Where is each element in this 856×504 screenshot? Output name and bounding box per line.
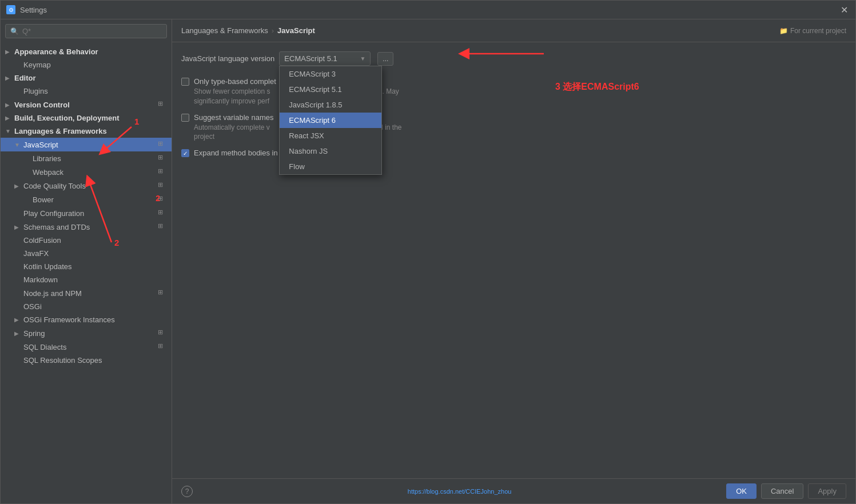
sidebar-item-bower[interactable]: Bower ⊞ 2	[1, 193, 172, 206]
help-button[interactable]: ?	[181, 486, 193, 497]
lang-version-row: JavaScript language version ECMAScript 5…	[181, 51, 846, 66]
dropdown-arrow-icon: ▼	[360, 55, 365, 62]
sidebar-item-coldfusion[interactable]: ColdFusion	[1, 234, 172, 247]
main-panel: Languages & Frameworks › JavaScript 📁 Fo…	[172, 19, 855, 503]
sidebar-item-schemas[interactable]: ▶ Schemas and DTDs ⊞	[1, 220, 172, 234]
external-icon: ⊞	[158, 289, 167, 298]
cancel-button[interactable]: Cancel	[761, 483, 803, 499]
dropdown-option-js185[interactable]: JavaScript 1.8.5	[280, 97, 381, 113]
checkbox-3[interactable]: ✓	[181, 149, 189, 157]
ok-button[interactable]: OK	[726, 483, 757, 499]
external-icon: ⊞	[158, 140, 167, 149]
lang-version-label: JavaScript language version	[181, 54, 274, 63]
apply-button[interactable]: Apply	[808, 483, 846, 499]
sidebar-item-javascript[interactable]: ▼ JavaScript ⊞	[1, 138, 172, 151]
external-icon: ⊞	[158, 342, 167, 351]
sidebar-item-keymap[interactable]: Keymap	[1, 58, 172, 71]
more-button[interactable]: ...	[377, 52, 393, 66]
titlebar-left: ⚙ Settings	[6, 5, 47, 14]
sidebar-item-label: Editor	[14, 74, 167, 82]
sidebar-item-sql-resolution[interactable]: SQL Resolution Scopes	[1, 354, 172, 367]
checkbox-2[interactable]	[181, 114, 189, 122]
sidebar-item-nodejs[interactable]: Node.js and NPM ⊞	[1, 286, 172, 300]
sidebar-item-libraries[interactable]: Libraries ⊞	[1, 151, 172, 165]
search-input[interactable]	[22, 27, 162, 35]
project-icon: 📁	[779, 27, 788, 35]
bottom-bar: ? https://blog.csdn.net/CCIEJohn_zhou OK…	[172, 478, 855, 503]
sidebar-item-plugins[interactable]: Plugins	[1, 85, 172, 98]
sidebar-item-label: SQL Dialects	[23, 343, 156, 351]
selected-version: ECMAScript 5.1	[284, 54, 337, 63]
external-icon: ⊞	[158, 329, 167, 338]
checkbox-1[interactable]	[181, 78, 189, 86]
sidebar-item-label: ColdFusion	[23, 236, 167, 245]
project-label: For current project	[790, 27, 846, 35]
sidebar-item-osgi-framework[interactable]: ▶ OSGi Framework Instances	[1, 313, 172, 326]
settings-window: ⚙ Settings ✕ 🔍 ▶ Appearance & Behavior	[0, 0, 856, 504]
sidebar-item-version-control[interactable]: ▶ Version Control ⊞ 1	[1, 98, 172, 111]
sidebar-item-kotlin[interactable]: Kotlin Updates	[1, 260, 172, 273]
sidebar-item-label: Spring	[23, 329, 156, 338]
search-box[interactable]: 🔍	[5, 24, 167, 38]
dropdown-option-react[interactable]: React JSX	[280, 128, 381, 143]
dropdown-option-nashorn[interactable]: Nashorn JS	[280, 143, 381, 159]
sidebar-item-label: Languages & Frameworks	[14, 127, 167, 135]
sidebar-item-label: Webpack	[33, 168, 156, 177]
sidebar-item-label: Schemas and DTDs	[23, 223, 156, 231]
annotation-arrow-3	[458, 42, 561, 68]
dropdown-option-ecma6[interactable]: ECMAScript 6	[280, 113, 381, 128]
external-icon: ⊞	[158, 222, 167, 231]
dropdown-option-flow[interactable]: Flow	[280, 159, 381, 174]
arrow-icon: ▶	[14, 224, 23, 230]
sidebar-tree: ▶ Appearance & Behavior Keymap ▶ Editor …	[1, 43, 172, 503]
content-area: 🔍 ▶ Appearance & Behavior Keymap ▶	[1, 19, 855, 503]
arrow-icon: ▶	[14, 183, 23, 189]
version-dropdown-wrapper: ECMAScript 5.1 ▼ ECMAScript 3 ECMAScript…	[279, 51, 371, 66]
sidebar-item-label: Kotlin Updates	[23, 262, 167, 271]
sidebar-item-label: OSGi	[23, 302, 167, 311]
sidebar-item-spring[interactable]: ▶ Spring ⊞	[1, 326, 172, 340]
annotation-3-text: 3 选择ECMAScript6	[555, 81, 639, 93]
sidebar-item-label: SQL Resolution Scopes	[23, 356, 167, 365]
arrow-icon: ▶	[5, 102, 14, 108]
arrow-icon: ▼	[14, 142, 23, 148]
sidebar-item-label: Keymap	[23, 61, 167, 69]
sidebar-item-webpack[interactable]: Webpack ⊞	[1, 165, 172, 179]
sidebar-item-label: Plugins	[23, 87, 167, 95]
sidebar-item-label: Bower	[33, 195, 156, 204]
sidebar-item-build[interactable]: ▶ Build, Execution, Deployment	[1, 111, 172, 125]
sidebar-item-label: Markdown	[23, 275, 167, 284]
bottom-link[interactable]: https://blog.csdn.net/CCIEJohn_zhou	[408, 488, 512, 495]
sidebar-item-play-config[interactable]: Play Configuration ⊞	[1, 206, 172, 220]
external-icon: ⊞	[158, 209, 167, 218]
breadcrumb-parent: Languages & Frameworks	[181, 26, 268, 35]
external-icon: ⊞	[158, 167, 167, 177]
settings-icon: ⚙	[6, 5, 15, 14]
close-button[interactable]: ✕	[838, 4, 850, 15]
dropdown-option-ecma3[interactable]: ECMAScript 3	[280, 66, 381, 82]
dropdown-option-ecma51[interactable]: ECMAScript 5.1	[280, 82, 381, 97]
sidebar-item-label: Code Quality Tools	[23, 182, 156, 190]
breadcrumb-separator: ›	[272, 26, 274, 35]
window-title: Settings	[20, 6, 47, 14]
sidebar-item-label: Libraries	[33, 154, 156, 163]
external-icon: ⊞	[158, 154, 167, 163]
external-icon: ⊞	[158, 100, 167, 109]
sidebar-item-label: Node.js and NPM	[23, 289, 156, 298]
sidebar-item-label: OSGi Framework Instances	[23, 315, 167, 324]
version-dropdown-menu: ECMAScript 3 ECMAScript 5.1 JavaScript 1…	[279, 66, 382, 175]
breadcrumb-current: JavaScript	[277, 26, 315, 35]
sidebar-item-languages[interactable]: ▼ Languages & Frameworks	[1, 125, 172, 138]
settings-content: JavaScript language version ECMAScript 5…	[172, 42, 855, 478]
sidebar-item-sql-dialects[interactable]: SQL Dialects ⊞	[1, 340, 172, 354]
version-dropdown[interactable]: ECMAScript 5.1 ▼	[279, 51, 371, 66]
sidebar-item-code-quality[interactable]: ▶ Code Quality Tools ⊞	[1, 179, 172, 193]
sidebar-item-markdown[interactable]: Markdown	[1, 273, 172, 286]
sidebar-item-javafx[interactable]: JavaFX	[1, 247, 172, 260]
sidebar-item-appearance[interactable]: ▶ Appearance & Behavior	[1, 45, 172, 58]
sidebar-item-editor[interactable]: ▶ Editor	[1, 71, 172, 85]
arrow-icon: ▶	[14, 330, 23, 337]
titlebar: ⚙ Settings ✕	[1, 1, 855, 19]
sidebar-item-label: JavaScript	[23, 141, 156, 149]
sidebar-item-osgi[interactable]: OSGi	[1, 300, 172, 313]
